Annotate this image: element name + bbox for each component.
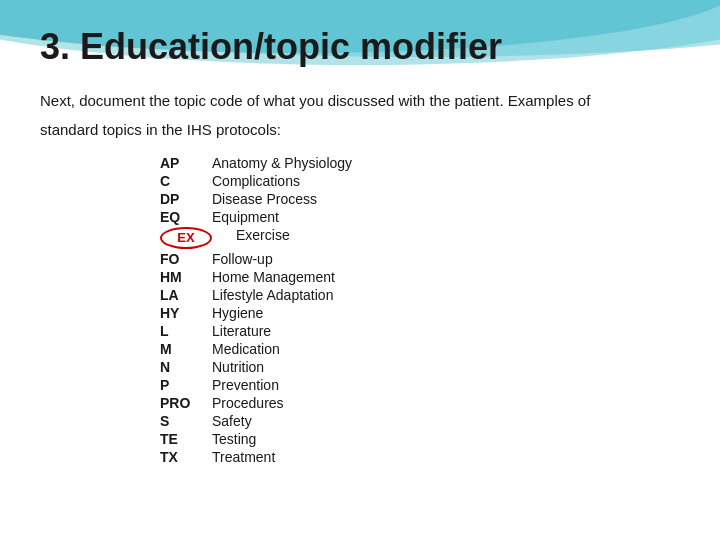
topic-code: DP (160, 191, 212, 207)
topic-row: TETesting (160, 431, 680, 447)
topic-row: HMHome Management (160, 269, 680, 285)
topic-label: Home Management (212, 269, 335, 285)
topic-code: C (160, 173, 212, 189)
topic-code: PRO (160, 395, 212, 411)
topic-row: HYHygiene (160, 305, 680, 321)
topic-label: Disease Process (212, 191, 317, 207)
topic-row: SSafety (160, 413, 680, 429)
topic-row: FOFollow-up (160, 251, 680, 267)
topic-label: Hygiene (212, 305, 263, 321)
topic-row: APAnatomy & Physiology (160, 155, 680, 171)
topic-label: Nutrition (212, 359, 264, 375)
topic-row: NNutrition (160, 359, 680, 375)
description-line2: standard topics in the IHS protocols: (40, 119, 680, 142)
topic-label: Testing (212, 431, 256, 447)
topic-row: LLiterature (160, 323, 680, 339)
topic-label: Safety (212, 413, 252, 429)
topic-code: LA (160, 287, 212, 303)
topic-label: Lifestyle Adaptation (212, 287, 333, 303)
topic-code: AP (160, 155, 212, 171)
topic-code: TX (160, 449, 212, 465)
topic-label: Follow-up (212, 251, 273, 267)
topic-code: EX (160, 227, 212, 249)
topic-code: M (160, 341, 212, 357)
page-title: 3. Education/topic modifier (40, 26, 680, 68)
topic-label: Procedures (212, 395, 284, 411)
topics-table: APAnatomy & PhysiologyCComplicationsDPDi… (160, 155, 680, 467)
topic-code: EQ (160, 209, 212, 225)
topic-label: Literature (212, 323, 271, 339)
topic-row: TXTreatment (160, 449, 680, 465)
topic-row: PPrevention (160, 377, 680, 393)
topic-row: MMedication (160, 341, 680, 357)
topic-code: P (160, 377, 212, 393)
description-line1: Next, document the topic code of what yo… (40, 90, 680, 113)
topic-label: Medication (212, 341, 280, 357)
topic-code: TE (160, 431, 212, 447)
topic-code: N (160, 359, 212, 375)
topic-label: Anatomy & Physiology (212, 155, 352, 171)
topic-code: HM (160, 269, 212, 285)
topic-row: EQEquipment (160, 209, 680, 225)
topic-label: Exercise (236, 227, 290, 243)
topic-label: Equipment (212, 209, 279, 225)
topic-code: FO (160, 251, 212, 267)
topic-label: Prevention (212, 377, 279, 393)
topic-label: Treatment (212, 449, 275, 465)
topic-code: L (160, 323, 212, 339)
topic-code: S (160, 413, 212, 429)
topic-row: LALifestyle Adaptation (160, 287, 680, 303)
main-content: 3. Education/topic modifier Next, docume… (0, 0, 720, 487)
topic-label: Complications (212, 173, 300, 189)
topic-row: DPDisease Process (160, 191, 680, 207)
topic-row: EXExercise (160, 227, 680, 249)
topic-row: PROProcedures (160, 395, 680, 411)
topic-row: CComplications (160, 173, 680, 189)
topic-code: HY (160, 305, 212, 321)
